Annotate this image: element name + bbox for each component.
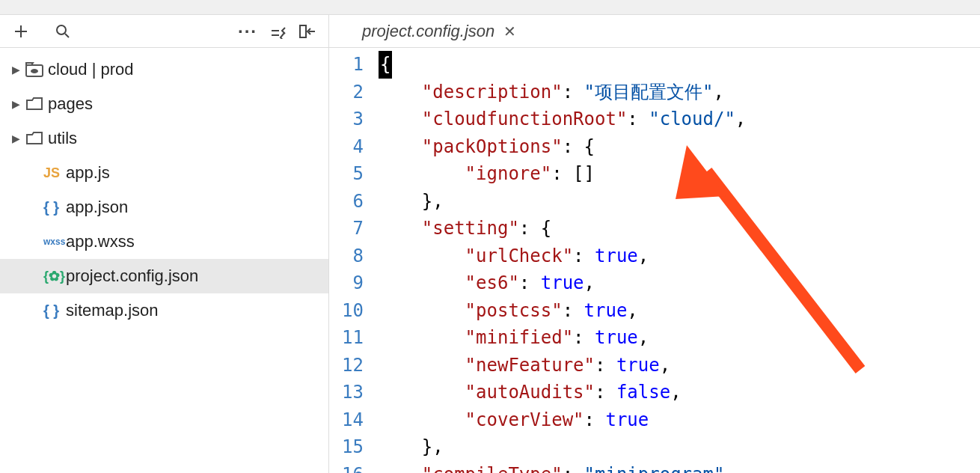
file-icon: { } — [43, 199, 66, 216]
tree-item-label: app.json — [66, 198, 128, 217]
tab-label: project.config.json — [362, 22, 494, 41]
collapse-icon — [269, 24, 287, 39]
tree-item-utils[interactable]: ▶utils — [0, 121, 328, 156]
collapse-button[interactable] — [263, 16, 293, 46]
file-icon — [25, 96, 48, 112]
tree-item-label: sitemap.json — [66, 301, 159, 320]
tree-item-sitemap-json[interactable]: { }sitemap.json — [0, 293, 328, 328]
tree-item-label: app.js — [66, 163, 110, 183]
file-tree[interactable]: ▶cloud | prod▶pages▶utilsJSapp.js{ }app.… — [0, 48, 328, 473]
search-icon — [55, 23, 71, 40]
tree-item-label: cloud | prod — [48, 60, 134, 79]
file-icon — [25, 130, 48, 147]
editor: project.config.json ✕ 123456789101112131… — [329, 15, 980, 473]
sidebar: ··· ▶cloud | prod▶pages▶utilsJSapp.js{ }… — [0, 15, 329, 473]
svg-point-0 — [57, 25, 66, 34]
tree-item-cloud-prod[interactable]: ▶cloud | prod — [0, 52, 328, 87]
search-button[interactable] — [48, 16, 78, 46]
more-icon: ··· — [238, 21, 257, 42]
plus-icon — [13, 23, 29, 40]
new-file-button[interactable] — [6, 16, 36, 46]
svg-point-3 — [31, 69, 38, 73]
tree-item-app-json[interactable]: { }app.json — [0, 190, 328, 225]
tree-item-label: project.config.json — [66, 266, 198, 286]
title-bar — [0, 0, 980, 15]
tree-item-pages[interactable]: ▶pages — [0, 87, 328, 121]
tree-item-label: app.wxss — [66, 232, 135, 251]
file-icon: {✿} — [43, 268, 66, 284]
file-icon: JS — [43, 165, 66, 181]
file-icon — [25, 61, 48, 78]
tab-project-config[interactable]: project.config.json ✕ — [356, 15, 522, 47]
panel-toggle-button[interactable] — [293, 16, 322, 46]
sidebar-toolbar: ··· — [0, 15, 328, 48]
line-gutter: 12345678910111213141516 — [329, 48, 379, 473]
tree-item-label: pages — [48, 94, 93, 114]
chevron-right-icon: ▶ — [12, 132, 22, 144]
tree-item-label: utils — [48, 129, 77, 148]
svg-rect-1 — [300, 25, 306, 37]
chevron-right-icon: ▶ — [12, 98, 22, 110]
tab-bar: project.config.json ✕ — [329, 15, 980, 48]
tree-item-project-config-json[interactable]: {✿}project.config.json — [0, 259, 328, 293]
tree-item-app-js[interactable]: JSapp.js — [0, 156, 328, 190]
more-button[interactable]: ··· — [233, 16, 263, 46]
file-icon: { } — [43, 302, 66, 320]
code-editor[interactable]: 12345678910111213141516 { "description":… — [329, 48, 980, 473]
close-icon[interactable]: ✕ — [503, 22, 516, 40]
tree-item-app-wxss[interactable]: wxssapp.wxss — [0, 225, 328, 259]
code-content[interactable]: { "description": "项目配置文件", "cloudfunctio… — [379, 48, 980, 473]
file-icon: wxss — [43, 236, 66, 247]
panel-icon — [298, 24, 316, 39]
chevron-right-icon: ▶ — [12, 64, 22, 76]
